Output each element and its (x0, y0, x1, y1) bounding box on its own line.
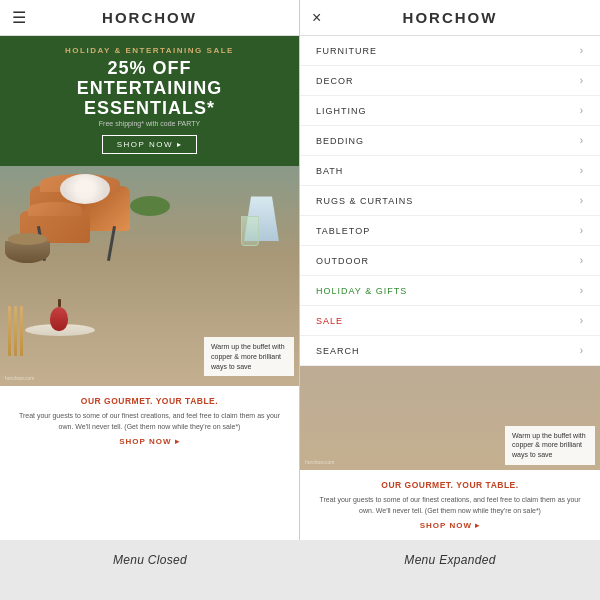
chevron-holiday-icon: › (580, 285, 584, 296)
bottom-body-left: Treat your guests to some of our finest … (14, 411, 285, 432)
nav-item-lighting[interactable]: LIGHTING › (300, 96, 600, 126)
sale-title-left: 25% OFF ENTERTAINING ESSENTIALS* (16, 59, 283, 118)
fork-group-left (8, 306, 23, 356)
bottom-shop-right[interactable]: SHOP NOW ▸ (314, 521, 586, 530)
hero-image-left: horchow.com Warm up the buffet with copp… (0, 166, 299, 386)
caption-right: Warm up the buffet with copper & more br… (505, 426, 595, 465)
hamburger-menu-icon[interactable]: ☰ (12, 8, 26, 27)
nav-menu: FURNITURE › DECOR › LIGHTING › BEDDING ›… (300, 36, 600, 366)
chevron-bedding-icon: › (580, 135, 584, 146)
bottom-headline-right: OUR GOURMET. YOUR TABLE. (314, 480, 586, 490)
sale-title-line2: ENTERTAINING ESSENTIALS* (77, 78, 223, 118)
brand-title-right: HORCHOW (403, 9, 498, 26)
glass-left (241, 216, 259, 246)
chevron-search-icon: › (580, 345, 584, 356)
nav-item-furniture[interactable]: FURNITURE › (300, 36, 600, 66)
pear-stem-left (58, 299, 61, 307)
bottom-headline-left: OUR GOURMET. YOUR TABLE. (14, 396, 285, 406)
hero-banner-left: HOLIDAY & ENTERTAINING SALE 25% OFF ENTE… (0, 36, 299, 166)
watermark-right: horchow.com (305, 459, 334, 465)
pear-left (50, 307, 68, 331)
panel-expanded: × HORCHOW FURNITURE › DECOR › LIGHTING ›… (300, 0, 600, 540)
nav-item-search[interactable]: SEARCH › (300, 336, 600, 366)
nav-item-outdoor[interactable]: OUTDOOR › (300, 246, 600, 276)
sale-subtitle-left: Free shipping* with code PARTY (16, 120, 283, 127)
brand-title-left: HORCHOW (102, 9, 197, 26)
label-expanded: Menu Expanded (300, 553, 600, 567)
buffet-scene-left: horchow.com Warm up the buffet with copp… (0, 166, 299, 386)
sale-label-left: HOLIDAY & ENTERTAINING SALE (16, 46, 283, 55)
bottom-shop-left[interactable]: SHOP NOW ▸ (14, 437, 285, 446)
sale-title-line1: 25% OFF (107, 58, 191, 78)
chevron-sale-icon: › (580, 315, 584, 326)
nav-item-holiday[interactable]: HOLIDAY & GIFTS › (300, 276, 600, 306)
nav-item-bedding[interactable]: BEDDING › (300, 126, 600, 156)
watermark-left: horchow.com (5, 375, 34, 381)
shop-now-btn-left[interactable]: SHOP NOW ▸ (102, 135, 198, 154)
bottom-text-right: OUR GOURMET. YOUR TABLE. Treat your gues… (300, 470, 600, 540)
nav-item-rugs[interactable]: RUGS & CURTAINS › (300, 186, 600, 216)
close-icon[interactable]: × (312, 9, 321, 27)
bottom-body-right: Treat your guests to some of our finest … (314, 495, 586, 516)
chevron-rugs-icon: › (580, 195, 584, 206)
green-garnish-left (130, 196, 170, 216)
nav-item-tabletop[interactable]: TABLETOP › (300, 216, 600, 246)
chevron-tabletop-icon: › (580, 225, 584, 236)
chevron-outdoor-icon: › (580, 255, 584, 266)
label-closed: Menu Closed (0, 553, 300, 567)
nav-item-bath[interactable]: BATH › (300, 156, 600, 186)
panel-closed: ☰ HORCHOW HOLIDAY & ENTERTAINING SALE 25… (0, 0, 300, 540)
chevron-lighting-icon: › (580, 105, 584, 116)
chevron-bath-icon: › (580, 165, 584, 176)
bottom-section-left: OUR GOURMET. YOUR TABLE. Treat your gues… (0, 386, 299, 456)
chevron-decor-icon: › (580, 75, 584, 86)
nav-item-decor[interactable]: DECOR › (300, 66, 600, 96)
header-closed: ☰ HORCHOW (0, 0, 299, 36)
caption-left: Warm up the buffet with copper & more br… (204, 337, 294, 376)
labels-row: Menu Closed Menu Expanded (0, 540, 600, 580)
nav-item-sale[interactable]: SALE › (300, 306, 600, 336)
header-expanded: × HORCHOW (300, 0, 600, 36)
chevron-furniture-icon: › (580, 45, 584, 56)
stand-right-left (107, 226, 116, 261)
